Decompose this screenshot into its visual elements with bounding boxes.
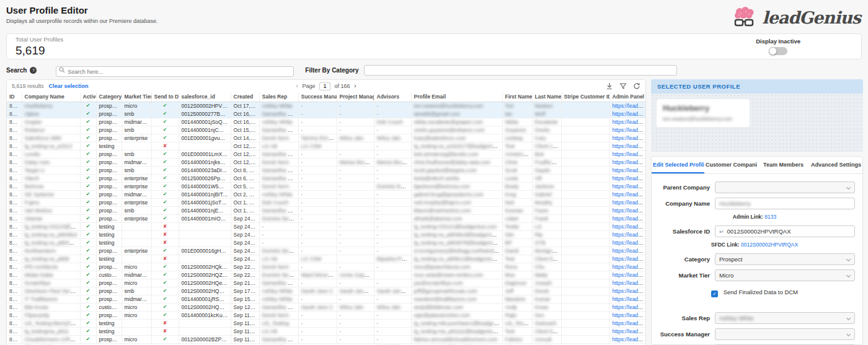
cell-admin[interactable]: https://leadgenius.com: [609, 287, 646, 295]
admin-panel-link[interactable]: https://leadgenius.com: [613, 336, 647, 343]
salesforce-id-input[interactable]: ↵0012S00002HPVtRQAX: [715, 225, 855, 237]
parent-company-select[interactable]: [715, 181, 855, 193]
prev-page-icon[interactable]: ‹: [293, 82, 301, 89]
cell-admin[interactable]: https://leadgenius.com: [609, 271, 646, 279]
admin-panel-link[interactable]: https://leadgenius.com: [613, 272, 647, 278]
sales-rep-select[interactable]: Ashley White: [715, 312, 855, 324]
table-row[interactable]: 8126Daisy Auto✔prospectmidmarket✔0014400…: [7, 158, 646, 166]
admin-panel-link[interactable]: https://leadgenius.com: [613, 256, 647, 262]
cell-admin[interactable]: https://leadgenius.com: [609, 190, 646, 198]
table-row[interactable]: 8123Vitech✔prospectenterprise✔0012500002…: [7, 174, 646, 182]
admin-panel-link[interactable]: https://leadgenius.com: [613, 111, 647, 117]
table-row[interactable]: 8117lg_testing-r33123@testdga✔testing✘Se…: [7, 222, 646, 230]
table-row[interactable]: 8128lg_testing-ca_p1513✔testing✘Oct 12, …: [7, 142, 646, 150]
cell-admin[interactable]: https://leadgenius.com: [609, 279, 646, 287]
cell-admin[interactable]: https://leadgenius.com: [609, 174, 646, 182]
display-inactive-toggle[interactable]: [769, 47, 787, 55]
table-row[interactable]: 8115lg_testing-ca_p803678✔testing✘Sep 24…: [7, 238, 646, 247]
admin-panel-link[interactable]: https://leadgenius.com: [613, 143, 647, 149]
admin-panel-link[interactable]: https://leadgenius.com: [613, 207, 647, 214]
admin-panel-link[interactable]: https://leadgenius.com: [613, 248, 647, 254]
admin-link[interactable]: 8133: [764, 214, 776, 220]
admin-panel-link[interactable]: https://leadgenius.com: [613, 304, 647, 310]
cell-admin[interactable]: https://leadgenius.com: [609, 166, 646, 174]
cell-admin[interactable]: https://leadgenius.com: [609, 230, 646, 238]
cell-admin[interactable]: https://leadgenius.com: [609, 110, 646, 118]
table-row[interactable]: 8116lg_testing-ca_p804ikol✔testing✘Sep 2…: [7, 230, 646, 238]
cell-admin[interactable]: https://leadgenius.com: [609, 198, 646, 206]
table-row[interactable]: 8111Midas Dakis✔customermidmarket✔0012S0…: [7, 271, 646, 279]
admin-panel-link[interactable]: https://leadgenius.com: [613, 135, 647, 141]
admin-panel-link[interactable]: https://leadgenius.com: [613, 320, 647, 326]
admin-panel-link[interactable]: https://leadgenius.com: [613, 103, 647, 109]
sfdc-link[interactable]: 0012S00002HPVtRQAX: [741, 242, 798, 248]
admin-panel-link[interactable]: https://leadgenius.com: [613, 183, 647, 190]
table-row[interactable]: 8107Bits Kruse✔customermicro✔0012S00002H…: [7, 303, 646, 311]
help-icon[interactable]: ?: [30, 67, 37, 74]
market-tier-select[interactable]: Micro: [715, 269, 855, 281]
page-number-input[interactable]: [319, 82, 330, 90]
admin-panel-link[interactable]: https://leadgenius.com: [613, 127, 647, 133]
table-row[interactable]: 8133Huckleberry✔prospectmicro✔0012S00002…: [7, 102, 646, 110]
cell-admin[interactable]: https://leadgenius.com: [609, 182, 646, 190]
admin-panel-link[interactable]: https://leadgenius.com: [613, 296, 647, 302]
admin-panel-link[interactable]: https://leadgenius.com: [613, 175, 647, 181]
filter-icon[interactable]: [619, 82, 627, 90]
admin-panel-link[interactable]: https://leadgenius.com: [613, 151, 647, 157]
cell-admin[interactable]: https://leadgenius.com: [609, 102, 646, 110]
cell-admin[interactable]: https://leadgenius.com: [609, 327, 646, 335]
table-row[interactable]: 8122Belzona✔prospectenterprise✔001440000…: [7, 182, 646, 190]
send-dcm-checkbox[interactable]: ✓: [711, 290, 718, 297]
tab-team-members[interactable]: Team Members: [757, 157, 810, 173]
table-row[interactable]: 8113lg_testing-ca_p809✔testing✘Sep 24, 2…: [7, 255, 646, 263]
cell-admin[interactable]: https://leadgenius.com: [609, 222, 646, 230]
cell-admin[interactable]: https://leadgenius.com: [609, 238, 646, 247]
table-row[interactable]: 8119Vari Metrics✔prospectsmb✔0014400001n…: [7, 206, 646, 214]
table-row[interactable]: 8104lg_testingrva_p811✔testing✘Sep 11, 2…: [7, 327, 646, 335]
company-name-input[interactable]: Huckleberry: [715, 198, 855, 209]
table-row[interactable]: 8120Fujeru✔prospectenterprise✔0014400001…: [7, 198, 646, 206]
cell-admin[interactable]: https://leadgenius.com: [609, 142, 646, 150]
admin-panel-link[interactable]: https://leadgenius.com: [613, 159, 647, 165]
table-row[interactable]: 8130Reliance✔prospectsmb✔0014400001njCOe…: [7, 126, 646, 134]
cell-admin[interactable]: https://leadgenius.com: [609, 206, 646, 214]
admin-panel-link[interactable]: https://leadgenius.com: [613, 312, 647, 318]
cell-admin[interactable]: https://leadgenius.com: [609, 150, 646, 158]
admin-panel-link[interactable]: https://leadgenius.com: [613, 224, 647, 230]
table-row[interactable]: 8112IPD Architects✔prospectmicro✔0012S00…: [7, 263, 646, 271]
cell-admin[interactable]: https://leadgenius.com: [609, 214, 646, 222]
table-row[interactable]: 8105US_Testing-MerryOutreach5✔testing✘Se…: [7, 319, 646, 327]
search-input[interactable]: [56, 66, 294, 77]
success-manager-select[interactable]: [715, 328, 855, 340]
refresh-icon[interactable]: [633, 82, 640, 90]
cell-admin[interactable]: https://leadgenius.com: [609, 295, 646, 303]
admin-panel-link[interactable]: https://leadgenius.com: [613, 328, 647, 334]
table-row[interactable]: 8114Northwestern✔prospectenterprise✔001E…: [7, 247, 646, 255]
cell-admin[interactable]: https://leadgenius.com: [609, 247, 646, 255]
table-row[interactable]: 8109Sinelnium Fleet Services✔prospectsmb…: [7, 287, 646, 295]
table-row[interactable]: 8125Target U✔prospectsmb✔00144000023aDIw…: [7, 166, 646, 174]
table-row[interactable]: 8129Salesforce 58M✔prospectenterprise✔00…: [7, 134, 646, 142]
tab-advanced-settings[interactable]: Advanced Settings: [810, 157, 862, 173]
category-select[interactable]: Prospect: [715, 253, 855, 265]
table-row[interactable]: 8103Cloudsformers cVR568✔prospectmicro✔0…: [7, 335, 646, 343]
table-row[interactable]: 8131Grapier✔prospectmidmarket✔0014400001…: [7, 118, 646, 126]
admin-panel-link[interactable]: https://leadgenius.com: [613, 264, 647, 270]
admin-panel-link[interactable]: https://leadgenius.com: [613, 216, 647, 222]
cell-admin[interactable]: https://leadgenius.com: [609, 319, 646, 327]
cell-admin[interactable]: https://leadgenius.com: [609, 255, 646, 263]
cell-admin[interactable]: https://leadgenius.com: [609, 126, 646, 134]
admin-panel-link[interactable]: https://leadgenius.com: [613, 280, 647, 286]
admin-panel-link[interactable]: https://leadgenius.com: [613, 199, 647, 206]
admin-panel-link[interactable]: https://leadgenius.com: [613, 232, 647, 238]
admin-panel-link[interactable]: https://leadgenius.com: [613, 167, 647, 173]
next-page-icon[interactable]: ›: [352, 82, 359, 89]
tab-customer-companies[interactable]: Customer Companies: [704, 157, 757, 173]
table-row[interactable]: 8108IT Trailblazers✔prospectmidmarket✔00…: [7, 295, 646, 303]
cell-admin[interactable]: https://leadgenius.com: [609, 311, 646, 319]
cell-admin[interactable]: https://leadgenius.com: [609, 263, 646, 271]
table-row[interactable]: 8106Flipscanity✔prospectmicro✔0014400001…: [7, 311, 646, 319]
cell-admin[interactable]: https://leadgenius.com: [609, 118, 646, 126]
table-row[interactable]: 8110Scratchbys✔prospectmicro✔0012S00002H…: [7, 279, 646, 287]
download-icon[interactable]: [606, 82, 613, 90]
